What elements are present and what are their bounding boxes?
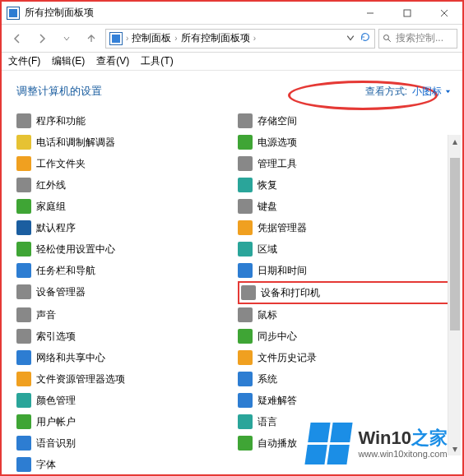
item-label: 系统	[258, 372, 277, 386]
item-label: 设备和打印机	[261, 286, 320, 300]
phone-and-modem-icon	[16, 135, 31, 150]
maximize-button[interactable]	[388, 2, 425, 24]
speech-recognition-icon	[16, 436, 31, 451]
item-label: 恢复	[258, 178, 277, 192]
view-by-control[interactable]: 查看方式: 小图标	[365, 85, 451, 99]
work-folders-icon	[16, 156, 31, 171]
control-panel-item-storage-spaces[interactable]: 存储空间	[238, 110, 451, 132]
menu-file[interactable]: 文件(F)	[8, 54, 40, 68]
item-label: 工作文件夹	[36, 157, 86, 171]
control-panel-item-taskbar-navigation[interactable]: 任务栏和导航	[16, 260, 230, 281]
control-panel-item-devices-and-printers[interactable]: 设备和打印机	[238, 281, 451, 304]
back-button[interactable]	[7, 28, 28, 49]
control-panel-item-autoplay[interactable]: 自动播放	[238, 432, 451, 454]
homegroup-icon	[16, 199, 31, 214]
search-placeholder: 搜索控制...	[396, 31, 443, 45]
close-button[interactable]	[425, 2, 462, 24]
up-button[interactable]	[81, 28, 102, 49]
item-label: 同步中心	[258, 330, 297, 344]
item-label: 任务栏和导航	[36, 264, 95, 278]
menu-tools[interactable]: 工具(T)	[141, 54, 173, 68]
network-sharing-icon	[16, 350, 31, 365]
credential-manager-icon	[238, 220, 253, 235]
item-label: 日期和时间	[258, 264, 307, 278]
control-panel-item-system[interactable]: 系统	[238, 368, 451, 390]
breadcrumb-segment[interactable]: 控制面板	[132, 31, 171, 45]
chevron-right-icon: ›	[252, 34, 258, 43]
power-options-icon	[238, 135, 253, 150]
control-panel-item-ease-of-access[interactable]: 轻松使用设置中心	[16, 238, 230, 260]
control-panel-item-language[interactable]: 语言	[238, 411, 451, 432]
taskbar-navigation-icon	[16, 263, 31, 278]
svg-point-4	[384, 35, 389, 39]
control-panel-item-device-manager[interactable]: 设备管理器	[16, 281, 230, 303]
scrollbar-thumb[interactable]	[450, 158, 460, 330]
item-label: 轻松使用设置中心	[36, 243, 115, 256]
control-panel-item-date-and-time[interactable]: 日期和时间	[238, 260, 451, 281]
control-panel-item-power-options[interactable]: 电源选项	[238, 132, 451, 153]
control-panel-item-file-history[interactable]: 文件历史记录	[238, 347, 451, 368]
item-label: 字体	[36, 458, 56, 472]
control-panel-item-mouse[interactable]: 鼠标	[238, 304, 451, 326]
control-panel-item-color-management[interactable]: 颜色管理	[16, 390, 230, 411]
ease-of-access-icon	[16, 242, 31, 256]
control-panel-item-file-explorer-options[interactable]: 文件资源管理器选项	[16, 368, 230, 390]
scroll-up-icon[interactable]: ▴	[448, 135, 462, 148]
forward-button[interactable]	[31, 28, 53, 49]
breadcrumb-segment[interactable]: 所有控制面板项	[181, 31, 250, 45]
control-panel-item-homegroup[interactable]: 家庭组	[16, 196, 230, 217]
item-label: 管理工具	[258, 157, 297, 171]
control-panel-item-infrared[interactable]: 红外线	[16, 174, 230, 196]
control-panel-item-phone-and-modem[interactable]: 电话和调制解调器	[16, 132, 230, 153]
control-panel-item-programs-and-features[interactable]: 程序和功能	[16, 110, 230, 132]
item-label: 疑难解答	[258, 394, 297, 408]
minimize-button[interactable]	[351, 2, 388, 24]
control-panel-item-region[interactable]: 区域	[238, 238, 451, 260]
address-dropdown-icon[interactable]	[346, 33, 355, 44]
mouse-icon	[238, 307, 253, 322]
control-panel-item-indexing-options[interactable]: 索引选项	[16, 326, 230, 347]
svg-line-5	[388, 39, 391, 41]
item-label: 鼠标	[258, 308, 277, 322]
control-panel-item-keyboard[interactable]: 键盘	[238, 196, 451, 217]
scroll-down-icon[interactable]: ▾	[448, 442, 462, 455]
view-by-value[interactable]: 小图标	[412, 85, 451, 99]
troubleshooting-icon	[238, 393, 253, 408]
item-label: 用户帐户	[36, 415, 76, 429]
vertical-scrollbar[interactable]: ▴ ▾	[448, 135, 461, 455]
programs-and-features-icon	[16, 113, 31, 128]
control-panel-item-admin-tools[interactable]: 管理工具	[238, 153, 451, 174]
default-programs-icon	[16, 220, 31, 235]
infrared-icon	[16, 178, 31, 192]
item-label: 家庭组	[36, 200, 66, 214]
control-panel-item-speech-recognition[interactable]: 语音识别	[16, 432, 230, 454]
control-panel-item-recovery[interactable]: 恢复	[238, 174, 451, 196]
menubar: 文件(F) 编辑(E) 查看(V) 工具(T)	[2, 53, 462, 71]
address-bar[interactable]: › 控制面板 › 所有控制面板项 ›	[105, 29, 375, 49]
menu-edit[interactable]: 编辑(E)	[52, 54, 85, 68]
language-icon	[238, 414, 253, 429]
control-panel-item-sound[interactable]: 声音	[16, 304, 230, 326]
item-label: 声音	[36, 308, 56, 322]
page-heading: 调整计算机的设置	[16, 84, 102, 99]
content-area: 调整计算机的设置 查看方式: 小图标 程序和功能存储空间电话和调制解调器电源选项…	[2, 71, 462, 476]
region-icon	[238, 242, 253, 256]
control-panel-item-credential-manager[interactable]: 凭据管理器	[238, 217, 451, 238]
control-panel-item-work-folders[interactable]: 工作文件夹	[16, 153, 230, 174]
control-panel-item-user-accounts[interactable]: 用户帐户	[16, 411, 230, 432]
window-title: 所有控制面板项	[25, 6, 351, 20]
search-box[interactable]: 搜索控制...	[378, 29, 457, 49]
history-dropdown[interactable]	[56, 28, 77, 49]
control-panel-item-default-programs[interactable]: 默认程序	[16, 217, 230, 238]
keyboard-icon	[238, 199, 253, 214]
control-panel-item-fonts[interactable]: 字体	[16, 454, 230, 475]
refresh-button[interactable]	[360, 31, 371, 45]
device-manager-icon	[16, 284, 31, 299]
item-label: 语言	[258, 415, 277, 429]
menu-view[interactable]: 查看(V)	[96, 54, 129, 68]
view-by-label: 查看方式:	[365, 85, 407, 99]
control-panel-item-sync-center[interactable]: 同步中心	[238, 326, 451, 347]
control-panel-item-troubleshooting[interactable]: 疑难解答	[238, 390, 451, 411]
control-panel-item-network-sharing[interactable]: 网络和共享中心	[16, 347, 230, 368]
item-label: 凭据管理器	[258, 221, 307, 235]
